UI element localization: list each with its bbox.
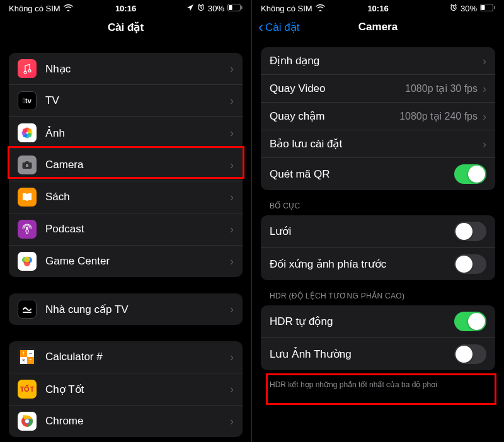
camera-settings-screen: Không có SIM 10:16 30% ‹ Cài đặt Camera … [252, 0, 504, 442]
status-bar: Không có SIM 10:16 30% [0, 0, 251, 16]
camera-item-mirror-front: Đối xứng ảnh phía trước [261, 248, 495, 280]
chevron-right-icon: › [230, 351, 234, 363]
row-label: Game Center [45, 255, 230, 268]
settings-item-chotot[interactable]: TỐT Chợ Tốt › [9, 373, 243, 405]
toggle-mirror-front[interactable] [454, 254, 486, 274]
row-label: Ảnh [45, 127, 230, 140]
alarm-icon [197, 4, 205, 13]
alarm-icon [450, 4, 457, 13]
row-label: Chợ Tốt [45, 383, 230, 396]
camera-item-grid: Lưới [261, 215, 495, 248]
row-label: Nhạc [45, 62, 230, 76]
svg-point-14 [26, 227, 28, 229]
battery-percent: 30% [208, 4, 224, 13]
clock: 10:16 [367, 4, 388, 13]
settings-screen: Không có SIM 10:16 30% Cài đặt [0, 0, 252, 442]
settings-item-camera[interactable]: Camera › [9, 149, 243, 181]
svg-rect-33 [481, 5, 485, 10]
svg-text:+: + [22, 350, 25, 356]
toggle-grid[interactable] [454, 222, 486, 241]
row-label: Camera [45, 159, 230, 171]
back-label: Cài đặt [265, 21, 299, 34]
books-icon [18, 188, 37, 207]
chevron-left-icon: ‹ [258, 22, 263, 33]
settings-group: Nhà cung cấp TV › [9, 293, 243, 325]
settings-item-books[interactable]: Sách › [9, 181, 243, 213]
camera-icon [18, 156, 37, 174]
settings-group: Nhạc › tv TV › Ảnh › Camera › Sách [9, 53, 243, 277]
section-header: BỐ CỤC [252, 201, 504, 214]
settings-group: +−×÷ Calculator # › TỐT Chợ Tốt › Chrome… [9, 341, 243, 437]
row-value: 1080p tại 30 fps [405, 82, 478, 94]
toggle-keep-normal[interactable] [454, 344, 486, 364]
row-label: Nhà cung cấp TV [45, 303, 230, 316]
chevron-right-icon: › [230, 95, 234, 106]
row-label: Quay Video [270, 82, 405, 95]
battery-icon [227, 4, 243, 13]
settings-item-music[interactable]: Nhạc › [9, 53, 243, 85]
svg-point-13 [25, 164, 29, 167]
camera-group-hdr: HDR tự động Lưu Ảnh Thường [261, 305, 495, 370]
chevron-right-icon: › [230, 416, 234, 427]
settings-item-gamecenter[interactable]: Game Center › [9, 246, 243, 277]
row-label: Đối xứng ảnh phía trước [270, 258, 454, 271]
location-icon [186, 4, 194, 13]
settings-item-tv[interactable]: tv TV › [9, 85, 243, 117]
carrier-label: Không có SIM [9, 4, 60, 13]
settings-item-podcast[interactable]: Podcast › [9, 213, 243, 246]
chevron-right-icon: › [230, 127, 234, 139]
chotot-icon: TỐT [18, 380, 37, 399]
wifi-icon [316, 4, 325, 13]
battery-percent: 30% [461, 4, 477, 13]
camera-item-preserve-settings[interactable]: Bảo lưu cài đặt › [261, 130, 495, 158]
chevron-right-icon: › [230, 383, 234, 395]
row-label: Sách [45, 191, 230, 203]
camera-item-keep-normal: Lưu Ảnh Thường [261, 338, 495, 370]
camera-item-scan-qr: Quét mã QR [261, 158, 495, 190]
chevron-right-icon: › [230, 159, 234, 171]
chevron-right-icon: › [483, 139, 486, 150]
back-button[interactable]: ‹ Cài đặt [258, 21, 299, 34]
chevron-right-icon: › [230, 191, 234, 203]
status-bar: Không có SIM 10:16 30% [252, 0, 504, 16]
row-label: Calculator # [45, 351, 230, 363]
settings-item-calculator[interactable]: +−×÷ Calculator # › [9, 341, 243, 373]
gamecenter-icon [18, 252, 37, 271]
svg-point-30 [25, 419, 29, 423]
row-label: HDR tự động [270, 315, 454, 328]
svg-rect-34 [494, 6, 495, 9]
clock: 10:16 [115, 4, 136, 13]
svg-point-11 [23, 128, 27, 133]
settings-item-photos[interactable]: Ảnh › [9, 117, 243, 149]
page-title: Camera [358, 21, 398, 33]
battery-icon [480, 4, 495, 13]
svg-rect-2 [229, 5, 232, 10]
row-label: Lưới [270, 225, 454, 238]
page-title: Cài đặt [108, 21, 144, 34]
chevron-right-icon: › [230, 224, 234, 235]
settings-item-chrome[interactable]: Chrome › [9, 405, 243, 437]
music-icon [18, 59, 37, 78]
title-bar: Cài đặt [0, 16, 251, 43]
section-footer: HDR kết hợp những phần tốt nhất của ba đ… [252, 378, 504, 389]
carrier-label: Không có SIM [261, 4, 312, 13]
camera-item-record-video[interactable]: Quay Video 1080p tại 30 fps › [261, 75, 495, 103]
chevron-right-icon: › [483, 83, 486, 94]
title-bar: ‹ Cài đặt Camera [252, 16, 504, 42]
toggle-hdr-auto[interactable] [454, 312, 486, 331]
chevron-right-icon: › [230, 303, 234, 315]
row-label: Bảo lưu cài đặt [270, 137, 483, 150]
camera-item-slomo[interactable]: Quay chậm 1080p tại 240 fps › [261, 103, 495, 130]
toggle-scan-qr[interactable] [454, 164, 486, 184]
svg-text:×: × [22, 357, 25, 363]
chevron-right-icon: › [230, 256, 234, 267]
svg-point-18 [25, 257, 30, 263]
chevron-right-icon: › [483, 111, 486, 122]
section-header: HDR (ĐỘ LỆCH TƯƠNG PHẢN CAO) [252, 292, 504, 304]
svg-text:−: − [29, 350, 32, 356]
settings-item-tvprovider[interactable]: Nhà cung cấp TV › [9, 293, 243, 325]
camera-item-formats[interactable]: Định dạng › [261, 47, 495, 75]
row-label: Lưu Ảnh Thường [270, 348, 454, 361]
chrome-icon [18, 412, 37, 431]
photos-icon [18, 123, 37, 142]
